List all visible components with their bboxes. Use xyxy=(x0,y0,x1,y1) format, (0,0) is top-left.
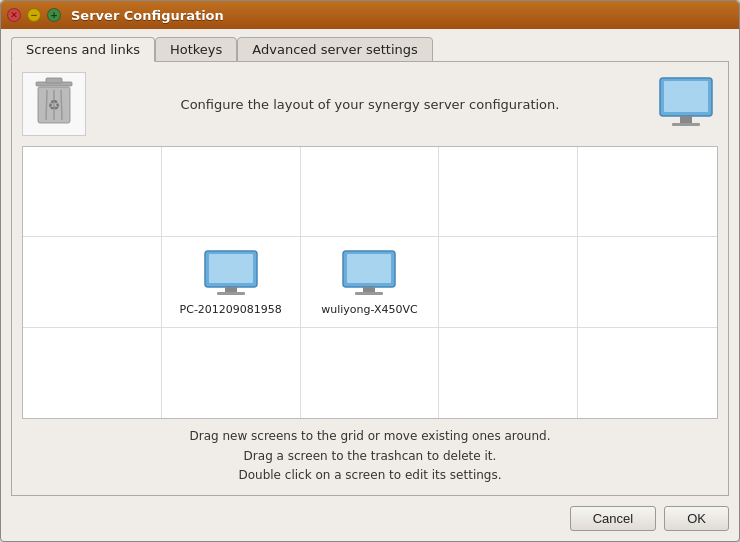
svg-rect-1 xyxy=(46,78,62,83)
svg-rect-14 xyxy=(217,292,245,295)
tab-bar: Screens and links Hotkeys Advanced serve… xyxy=(11,37,729,62)
panel-header: ♻ Configure the layout of your synergy s… xyxy=(22,72,718,136)
grid-cell-2-2 xyxy=(301,328,440,418)
minimize-button[interactable]: − xyxy=(27,8,41,22)
cancel-button[interactable]: Cancel xyxy=(570,506,656,531)
grid-cell-2-3 xyxy=(439,328,578,418)
monitor-icon-svg xyxy=(656,76,716,132)
screen-grid: PC-201209081958 wuliyong-X450VC xyxy=(22,146,718,419)
instruction-line-2: Drag a screen to the trashcan to delete … xyxy=(22,447,718,466)
svg-rect-18 xyxy=(355,292,383,295)
maximize-button[interactable]: + xyxy=(47,8,61,22)
grid-cell-0-4 xyxy=(578,147,717,237)
grid-cell-1-2[interactable]: wuliyong-X450VC xyxy=(301,237,440,327)
grid-cell-1-0 xyxy=(23,237,162,327)
monitor-icon-wuliyong xyxy=(339,249,399,299)
titlebar: ✕ − + Server Configuration xyxy=(1,1,739,29)
svg-line-5 xyxy=(61,90,62,120)
tab-advanced-server-settings[interactable]: Advanced server settings xyxy=(237,37,432,62)
screen-label-pc: PC-201209081958 xyxy=(180,303,282,316)
grid-cell-2-0 xyxy=(23,328,162,418)
grid-cell-0-1 xyxy=(162,147,301,237)
screen-label-wuliyong: wuliyong-X450VC xyxy=(321,303,417,316)
svg-rect-16 xyxy=(347,254,391,283)
close-button[interactable]: ✕ xyxy=(7,8,21,22)
content-area: Screens and links Hotkeys Advanced serve… xyxy=(1,29,739,541)
grid-cell-1-4 xyxy=(578,237,717,327)
tab-hotkeys[interactable]: Hotkeys xyxy=(155,37,237,62)
svg-rect-8 xyxy=(664,81,708,112)
grid-cell-1-1[interactable]: PC-201209081958 xyxy=(162,237,301,327)
tab-panel-screens: ♻ Configure the layout of your synergy s… xyxy=(11,61,729,496)
grid-cell-0-2 xyxy=(301,147,440,237)
grid-cell-2-4 xyxy=(578,328,717,418)
monitor-icon-pc xyxy=(201,249,261,299)
footer-buttons: Cancel OK xyxy=(11,506,729,531)
grid-cell-0-0 xyxy=(23,147,162,237)
grid-cell-0-3 xyxy=(439,147,578,237)
panel-description: Configure the layout of your synergy ser… xyxy=(96,97,644,112)
instructions-area: Drag new screens to the grid or move exi… xyxy=(22,427,718,485)
window-title: Server Configuration xyxy=(71,8,224,23)
trash-icon: ♻ xyxy=(30,76,78,132)
svg-rect-10 xyxy=(672,123,700,126)
svg-rect-9 xyxy=(680,116,692,124)
instruction-line-3: Double click on a screen to edit its set… xyxy=(22,466,718,485)
server-config-window: ✕ − + Server Configuration Screens and l… xyxy=(0,0,740,542)
svg-text:♻: ♻ xyxy=(48,97,61,113)
ok-button[interactable]: OK xyxy=(664,506,729,531)
svg-rect-12 xyxy=(209,254,253,283)
grid-cell-1-3 xyxy=(439,237,578,327)
grid-cell-2-1 xyxy=(162,328,301,418)
instruction-line-1: Drag new screens to the grid or move exi… xyxy=(22,427,718,446)
trash-icon-container[interactable]: ♻ xyxy=(22,72,86,136)
monitor-header-icon xyxy=(654,72,718,136)
tab-screens-and-links[interactable]: Screens and links xyxy=(11,37,155,62)
